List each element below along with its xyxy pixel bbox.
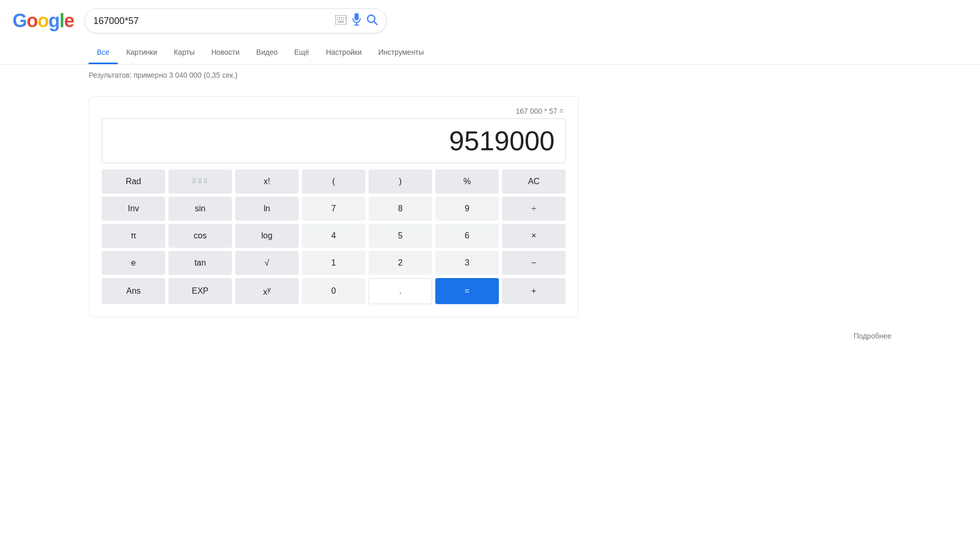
result-info: Результатов: примерно 3 040 000 (0,35 се… [0,65,980,86]
btn-5[interactable]: 5 [369,224,432,248]
btn-e[interactable]: e [102,251,165,275]
search-input[interactable] [93,16,329,27]
more-info-link[interactable]: Подробнее [853,332,891,340]
btn-pi[interactable]: π [102,224,165,248]
btn-3[interactable]: 3 [435,251,499,275]
svg-rect-10 [345,19,346,20]
btn-ac[interactable]: AC [502,170,566,194]
btn-log[interactable]: log [235,224,299,248]
nav-bar: Все Картинки Карты Новости Видео Ещё Нас… [0,42,980,65]
btn-subtract[interactable]: − [502,251,566,275]
svg-rect-3 [341,17,342,18]
nav-item-more[interactable]: Ещё [286,42,317,64]
btn-7[interactable]: 7 [302,197,365,221]
btn-divide[interactable]: ÷ [502,197,566,221]
btn-percent[interactable]: % [435,170,499,194]
svg-rect-2 [339,17,340,18]
btn-open-paren[interactable]: ( [302,170,365,194]
calc-buttons: Rad ⠿⠿⠿ x! ( ) % AC Inv sin ln 7 8 9 ÷ π… [102,170,566,304]
btn-close-paren[interactable]: ) [369,170,432,194]
btn-sin[interactable]: sin [168,197,232,221]
nav-item-news[interactable]: Новости [203,42,248,64]
microphone-icon[interactable] [352,13,361,29]
header: Google [0,0,980,42]
btn-1[interactable]: 1 [302,251,365,275]
btn-grid[interactable]: ⠿⠿⠿ [168,170,232,194]
btn-tan[interactable]: tan [168,251,232,275]
keyboard-icon[interactable] [335,15,347,27]
btn-equals[interactable]: = [435,278,499,304]
svg-rect-4 [343,17,344,18]
search-icons [335,13,378,29]
btn-inv[interactable]: Inv [102,197,165,221]
svg-rect-1 [337,17,338,18]
google-logo[interactable]: Google [13,10,74,32]
btn-add[interactable]: + [502,278,566,304]
btn-4[interactable]: 4 [302,224,365,248]
svg-rect-12 [354,13,359,20]
svg-rect-6 [337,19,338,20]
svg-rect-9 [343,19,344,20]
svg-rect-11 [338,21,344,22]
btn-9[interactable]: 9 [435,197,499,221]
svg-rect-7 [339,19,340,20]
nav-item-tools[interactable]: Инструменты [370,42,432,64]
calculator: 167 000 * 57 = 9519000 Rad ⠿⠿⠿ x! ( ) % … [89,96,579,317]
btn-6[interactable]: 6 [435,224,499,248]
svg-rect-8 [341,19,342,20]
btn-decimal[interactable]: . [369,278,432,304]
btn-8[interactable]: 8 [369,197,432,221]
btn-power[interactable]: xy [235,278,299,304]
btn-ln[interactable]: ln [235,197,299,221]
btn-exp[interactable]: EXP [168,278,232,304]
btn-cos[interactable]: cos [168,224,232,248]
svg-rect-5 [345,17,346,18]
svg-line-16 [374,21,377,25]
btn-2[interactable]: 2 [369,251,432,275]
calc-display-value: 9519000 [449,125,555,157]
btn-multiply[interactable]: × [502,224,566,248]
search-icon[interactable] [366,14,378,28]
btn-rad[interactable]: Rad [102,170,165,194]
btn-0[interactable]: 0 [302,278,365,304]
nav-item-all[interactable]: Все [89,42,118,64]
calc-expression: 167 000 * 57 = [102,107,566,115]
nav-item-maps[interactable]: Карты [165,42,203,64]
btn-ans[interactable]: Ans [102,278,165,304]
nav-item-settings[interactable]: Настройки [317,42,370,64]
search-bar [84,8,387,33]
more-info: Подробнее [0,328,980,344]
btn-sqrt[interactable]: √ [235,251,299,275]
btn-factorial[interactable]: x! [235,170,299,194]
nav-item-video[interactable]: Видео [248,42,286,64]
nav-item-images[interactable]: Картинки [118,42,165,64]
calc-display: 9519000 [102,118,566,163]
